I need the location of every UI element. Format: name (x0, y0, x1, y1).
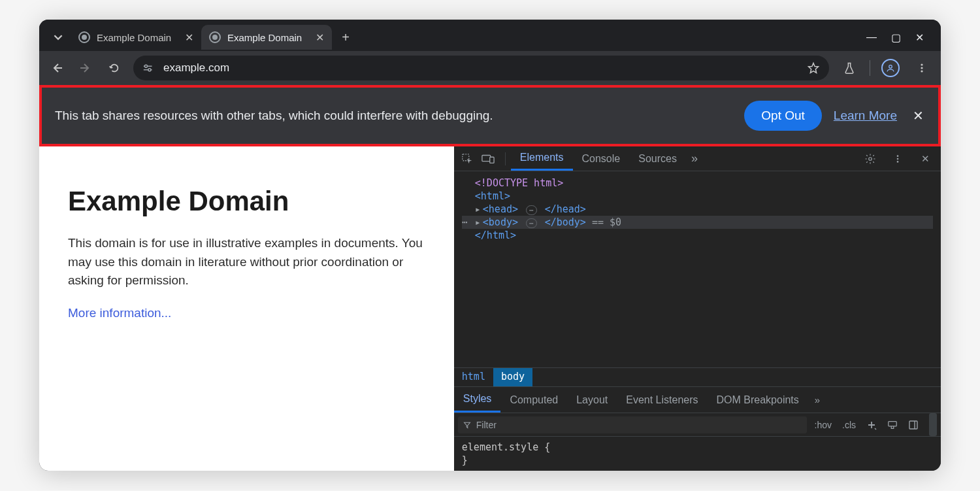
panel-icon (908, 420, 919, 430)
filter-placeholder: Filter (476, 420, 497, 430)
device-toolbar-button[interactable] (479, 150, 497, 168)
close-window-button[interactable]: ✕ (915, 31, 924, 44)
svg-point-6 (921, 67, 923, 69)
devtools-close-button[interactable]: ✕ (916, 150, 934, 168)
new-style-rule-button[interactable] (864, 420, 879, 430)
styles-tabs-more[interactable]: » (808, 394, 826, 405)
hover-toggle[interactable]: :hov (812, 420, 834, 430)
divider (870, 60, 870, 76)
ellipsis-badge-icon[interactable]: ⋯ (526, 205, 537, 215)
tab-inactive[interactable]: Example Domain ✕ (71, 25, 201, 50)
rendering-emulation-button[interactable] (885, 420, 900, 430)
gear-icon (864, 153, 876, 165)
opt-out-button[interactable]: Opt Out (744, 101, 822, 131)
tab-strip: Example Domain ✕ Example Domain ✕ + — ▢ … (39, 20, 941, 51)
styles-tab-styles[interactable]: Styles (454, 387, 501, 413)
forward-button[interactable] (76, 58, 95, 78)
styles-filter-input[interactable]: Filter (458, 416, 807, 433)
bookmark-button[interactable] (807, 61, 820, 75)
styles-tab-computed[interactable]: Computed (500, 387, 567, 413)
svg-point-1 (144, 65, 147, 67)
devtools-tab-console[interactable]: Console (573, 146, 630, 171)
svg-rect-10 (490, 157, 494, 163)
page-heading: Example Domain (68, 186, 428, 217)
arrow-right-icon (79, 61, 92, 75)
styles-tab-layout[interactable]: Layout (567, 387, 617, 413)
globe-icon (209, 31, 221, 43)
styles-body[interactable]: element.style { } (454, 437, 941, 471)
breadcrumb-html[interactable]: html (454, 368, 493, 386)
inspect-element-button[interactable] (458, 150, 476, 168)
url-text: example.com (163, 61, 799, 75)
dom-tree[interactable]: <!DOCTYPE html> <html> ▸<head> ⋯ </head>… (454, 171, 941, 367)
learn-more-link[interactable]: Learn More (834, 109, 897, 123)
separator (505, 152, 506, 165)
style-close-brace: } (462, 454, 933, 467)
tab-search-dropdown[interactable] (48, 27, 68, 47)
svg-point-4 (889, 65, 892, 68)
banner-message: This tab shares resources with other tab… (55, 109, 732, 123)
computed-sidebar-toggle[interactable] (906, 420, 921, 430)
tab-active[interactable]: Example Domain ✕ (201, 25, 332, 50)
page-viewport: Example Domain This domain is for use in… (39, 146, 454, 471)
style-selector: element.style { (462, 441, 933, 454)
styles-tab-eventlisteners[interactable]: Event Listeners (617, 387, 707, 413)
styles-tabs: Styles Computed Layout Event Listeners D… (454, 387, 941, 413)
content-area: Example Domain This domain is for use in… (39, 146, 941, 471)
expand-arrow-icon[interactable]: ▸ (475, 216, 483, 228)
dom-head-close: </head> (545, 203, 586, 215)
kebab-icon (917, 63, 927, 73)
chevron-down-icon (54, 33, 63, 42)
svg-point-14 (897, 161, 899, 163)
omnibox[interactable]: example.com (133, 56, 829, 80)
close-icon[interactable]: ✕ (185, 31, 193, 44)
reload-button[interactable] (105, 58, 124, 78)
maximize-button[interactable]: ▢ (891, 31, 901, 44)
expand-arrow-icon[interactable]: ▸ (475, 203, 483, 215)
scrollbar[interactable] (929, 413, 937, 436)
svg-point-11 (869, 157, 872, 160)
profile-avatar-icon (881, 59, 900, 77)
class-toggle[interactable]: .cls (840, 420, 858, 430)
inspect-icon (461, 153, 473, 165)
devtools-tabs-more[interactable]: » (686, 152, 703, 165)
styles-tab-dombreakpoints[interactable]: DOM Breakpoints (708, 387, 808, 413)
arrow-left-icon (50, 61, 63, 75)
devtools-tab-sources[interactable]: Sources (629, 146, 686, 171)
brush-icon (887, 420, 898, 430)
styles-filter-row: Filter :hov .cls (454, 413, 941, 437)
devtools-tabs: Elements Console Sources » ✕ (454, 146, 941, 171)
svg-point-13 (897, 158, 899, 160)
svg-point-12 (897, 155, 899, 157)
site-settings-icon[interactable] (142, 63, 155, 73)
ellipsis-badge-icon[interactable]: ⋯ (526, 218, 537, 228)
svg-point-3 (148, 69, 151, 71)
dom-body-close: </body> (545, 216, 586, 228)
dom-breadcrumbs: html body (454, 367, 941, 387)
devtools-settings-button[interactable] (861, 150, 879, 168)
tab-title: Example Domain (227, 32, 309, 43)
dom-doctype: <!DOCTYPE html> (475, 177, 563, 189)
labs-button[interactable] (838, 57, 860, 79)
dom-head-open: <head> (483, 203, 518, 215)
window-controls: — ▢ ✕ (855, 31, 936, 44)
new-tab-button[interactable]: + (336, 27, 355, 47)
devtools-panel: Elements Console Sources » ✕ <!DOCTYPE h… (454, 146, 941, 471)
more-info-link[interactable]: More information... (68, 306, 171, 320)
minimize-button[interactable]: — (866, 31, 877, 43)
reload-icon (108, 62, 120, 74)
dismiss-banner-button[interactable]: ✕ (909, 108, 928, 124)
chrome-menu-button[interactable] (911, 57, 933, 79)
dom-html-open: <html> (475, 190, 510, 202)
devtools-tab-elements[interactable]: Elements (511, 146, 573, 171)
back-button[interactable] (47, 58, 67, 78)
gutter-dots-icon[interactable]: ⋯ (462, 216, 475, 228)
globe-icon (78, 31, 90, 43)
toolbar: example.com (39, 51, 941, 85)
close-icon[interactable]: ✕ (316, 31, 324, 44)
devtools-menu-button[interactable] (889, 150, 907, 168)
breadcrumb-body[interactable]: body (493, 368, 532, 386)
star-icon (807, 61, 820, 75)
profile-button[interactable] (879, 57, 902, 79)
svg-rect-9 (482, 155, 491, 161)
